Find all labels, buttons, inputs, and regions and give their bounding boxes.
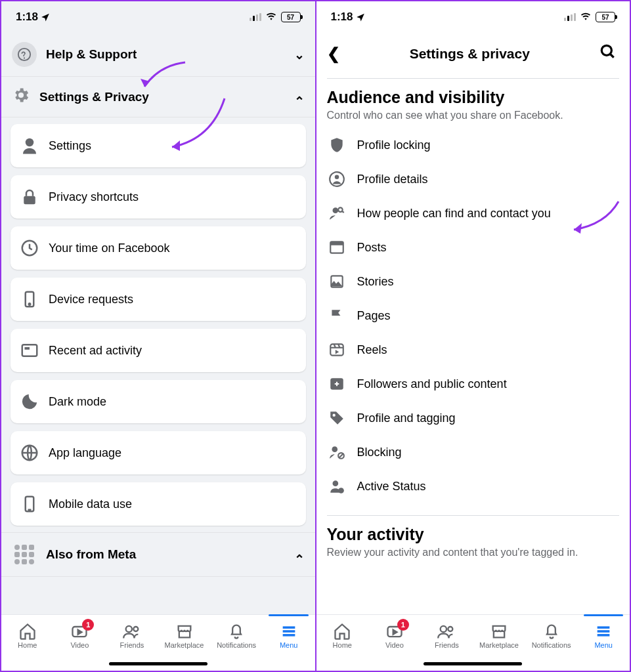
video-icon: [368, 621, 421, 641]
user-gear-icon: [20, 136, 39, 156]
tab-marketplace[interactable]: Marketplace: [473, 621, 525, 649]
activity-subtitle: Review your activity and content that yo…: [327, 547, 620, 558]
your-time-card[interactable]: Your time on Facebook: [11, 226, 306, 270]
tab-video[interactable]: 1 Video: [54, 621, 106, 649]
item-reels[interactable]: Reels: [327, 333, 620, 367]
tab-menu[interactable]: Menu: [577, 621, 630, 649]
home-icon: [1, 621, 54, 641]
item-profile-locking[interactable]: Profile locking: [327, 128, 620, 162]
section-title: Audience and visibility: [327, 88, 620, 107]
lock-icon: [20, 187, 39, 207]
tab-friends-label: Friends: [106, 641, 158, 649]
tab-video[interactable]: 1 Video: [368, 621, 421, 649]
item-posts[interactable]: Posts: [327, 230, 620, 264]
moon-icon: [20, 392, 39, 411]
device-requests-card[interactable]: Device requests: [11, 278, 306, 321]
item-profile-details[interactable]: Profile details: [327, 162, 620, 196]
svg-point-23: [332, 207, 338, 213]
search-button[interactable]: [599, 43, 617, 64]
ad-icon: [20, 341, 39, 360]
tab-notifications-label: Notifications: [210, 641, 263, 649]
gear-icon: [12, 86, 30, 108]
also-from-meta-label: Also from Meta: [46, 547, 136, 562]
recent-ad-label: Recent ad activity: [49, 344, 142, 358]
stories-icon: [328, 273, 345, 290]
signal-icon: [564, 13, 576, 21]
tab-marketplace[interactable]: Marketplace: [158, 621, 211, 649]
friends-icon: [106, 621, 158, 641]
also-from-meta-header[interactable]: Also from Meta ⌄: [1, 532, 315, 577]
home-indicator: [424, 662, 522, 665]
battery-icon: 57: [596, 12, 615, 22]
location-icon: [356, 12, 365, 22]
tab-friends[interactable]: Friends: [421, 621, 473, 649]
settings-privacy-label: Settings & Privacy: [39, 90, 149, 104]
tab-video-badge: 1: [397, 619, 409, 631]
find-person-icon: [328, 205, 345, 222]
svg-point-38: [332, 480, 338, 486]
active-status-icon: [328, 478, 345, 495]
tab-notifications[interactable]: Notifications: [210, 621, 263, 649]
tab-friends-label: Friends: [421, 641, 473, 649]
dark-mode-card[interactable]: Dark mode: [11, 380, 306, 423]
tab-marketplace-label: Marketplace: [158, 641, 211, 649]
item-stories[interactable]: Stories: [327, 264, 620, 299]
app-language-card[interactable]: App language: [11, 431, 306, 474]
battery-icon: 57: [281, 12, 301, 22]
mobile-data-card[interactable]: Mobile data use: [11, 482, 306, 526]
marketplace-icon: [158, 621, 211, 641]
privacy-shortcuts-card[interactable]: Privacy shortcuts: [11, 175, 306, 219]
tab-home[interactable]: Home: [1, 621, 54, 649]
tab-friends[interactable]: Friends: [106, 621, 158, 649]
app-language-label: App language: [49, 446, 121, 460]
item-followers[interactable]: Followers and public content: [327, 367, 620, 401]
svg-point-35: [332, 446, 337, 452]
menu-icon: [263, 621, 315, 641]
followers-icon: [328, 375, 345, 392]
svg-point-42: [441, 626, 446, 632]
recent-ad-card[interactable]: Recent ad activity: [11, 329, 306, 372]
grid-icon: [12, 542, 37, 567]
item-label: Blocking: [357, 446, 402, 459]
item-profile-tagging[interactable]: Profile and tagging: [327, 401, 620, 435]
item-pages[interactable]: Pages: [327, 299, 620, 333]
wifi-icon: [580, 12, 592, 22]
svg-rect-6: [22, 345, 37, 356]
mobile-data-label: Mobile data use: [49, 497, 132, 511]
tab-notifications-label: Notifications: [525, 641, 578, 649]
settings-privacy-header[interactable]: Settings & Privacy ⌄: [1, 77, 315, 117]
shield-icon: [328, 136, 345, 154]
activity-title: Your activity: [327, 525, 620, 544]
svg-rect-2: [24, 196, 35, 205]
settings-card-label: Settings: [49, 139, 91, 153]
clock-icon: [20, 238, 39, 258]
svg-point-14: [126, 626, 132, 632]
blocking-icon: [328, 444, 345, 461]
chevron-up-icon: ⌄: [294, 93, 305, 108]
tag-icon: [328, 410, 345, 427]
help-support-header[interactable]: Help & Support ⌄: [1, 33, 315, 77]
video-icon: [54, 621, 106, 641]
item-blocking[interactable]: Blocking: [327, 435, 620, 469]
item-find-contact[interactable]: How people can find and contact you: [327, 196, 620, 230]
page-title: Settings & privacy: [410, 46, 530, 62]
status-bar: 1:18 57: [1, 1, 315, 33]
tab-menu[interactable]: Menu: [263, 621, 315, 649]
item-label: Profile details: [357, 173, 428, 186]
svg-rect-29: [330, 344, 343, 355]
tab-notifications[interactable]: Notifications: [525, 621, 578, 649]
chevron-up-icon: ⌄: [294, 551, 305, 566]
item-active-status[interactable]: Active Status: [327, 469, 620, 503]
search-icon: [599, 43, 617, 60]
tab-home[interactable]: Home: [316, 621, 369, 649]
chevron-down-icon: ⌄: [294, 47, 305, 62]
profile-icon: [328, 171, 345, 188]
settings-card[interactable]: Settings: [11, 124, 306, 167]
svg-point-22: [334, 175, 339, 180]
bell-icon: [525, 621, 578, 641]
back-button[interactable]: ❮: [327, 45, 340, 63]
tabbar: Home 1 Video Friends Marketplace Notific…: [316, 614, 630, 671]
help-support-label: Help & Support: [46, 47, 137, 62]
item-label: Profile and tagging: [357, 411, 456, 425]
svg-rect-7: [25, 347, 30, 350]
